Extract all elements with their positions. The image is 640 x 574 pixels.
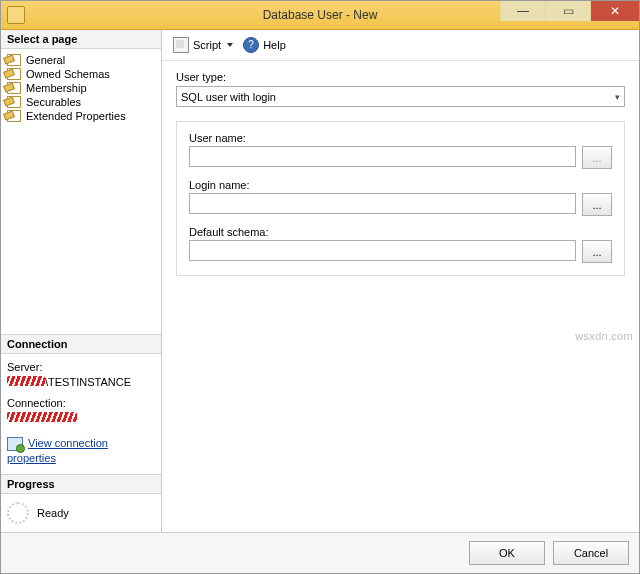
login-name-input[interactable]	[189, 193, 576, 214]
connection-value	[7, 411, 155, 426]
page-label: Owned Schemas	[26, 68, 110, 80]
page-label: Extended Properties	[26, 110, 126, 122]
help-icon	[243, 37, 259, 53]
chevron-down-icon	[227, 43, 233, 47]
app-icon	[7, 6, 25, 24]
default-schema-browse-button[interactable]: ...	[582, 240, 612, 263]
dialog-window: Database User - New — ▭ ✕ Select a page …	[0, 0, 640, 574]
default-schema-input[interactable]	[189, 240, 576, 261]
sidebar: Select a page General Owned Schemas Memb…	[1, 30, 162, 532]
toolbar: Script Help	[162, 30, 639, 61]
sidebar-item-general[interactable]: General	[5, 53, 159, 67]
field-group: User name: ... Login name: ...	[176, 121, 625, 276]
user-name-browse-button: ...	[582, 146, 612, 169]
view-connection-row: View connection properties	[7, 436, 155, 466]
form-area: User type: SQL user with login ▾ User na…	[162, 61, 639, 276]
user-type-value: SQL user with login	[181, 91, 276, 103]
sidebar-item-securables[interactable]: Securables	[5, 95, 159, 109]
help-label: Help	[263, 39, 286, 51]
server-value: \TESTINSTANCE	[7, 375, 155, 390]
script-label: Script	[193, 39, 221, 51]
script-button[interactable]: Script	[170, 36, 236, 54]
progress-status: Ready	[37, 507, 69, 519]
connection-info: Server: \TESTINSTANCE Connection: View c…	[1, 354, 161, 474]
connection-heading: Connection	[1, 334, 161, 354]
help-button[interactable]: Help	[240, 36, 289, 54]
login-name-label: Login name:	[189, 179, 612, 191]
page-icon	[7, 68, 21, 80]
page-label: Securables	[26, 96, 81, 108]
user-type-select[interactable]: SQL user with login ▾	[176, 86, 625, 107]
page-label: Membership	[26, 82, 87, 94]
button-bar: OK Cancel	[1, 532, 639, 573]
maximize-button[interactable]: ▭	[545, 1, 590, 21]
server-label: Server:	[7, 360, 155, 375]
progress-heading: Progress	[1, 474, 161, 494]
script-icon	[173, 37, 189, 53]
default-schema-label: Default schema:	[189, 226, 612, 238]
user-name-label: User name:	[189, 132, 612, 144]
sidebar-item-extended-properties[interactable]: Extended Properties	[5, 109, 159, 123]
sidebar-item-owned-schemas[interactable]: Owned Schemas	[5, 67, 159, 81]
connection-label: Connection:	[7, 396, 155, 411]
progress-spinner-icon	[7, 502, 29, 524]
connection-properties-icon	[7, 437, 23, 451]
progress-block: Ready	[1, 494, 161, 532]
user-name-input[interactable]	[189, 146, 576, 167]
page-label: General	[26, 54, 65, 66]
title-bar[interactable]: Database User - New — ▭ ✕	[1, 1, 639, 30]
watermark-text: wsxdn.com	[575, 330, 633, 342]
page-icon	[7, 82, 21, 94]
close-button[interactable]: ✕	[590, 1, 639, 21]
redacted-icon	[7, 376, 45, 386]
cancel-button[interactable]: Cancel	[553, 541, 629, 565]
user-type-label: User type:	[176, 71, 625, 83]
window-buttons: — ▭ ✕	[500, 1, 639, 21]
ok-button[interactable]: OK	[469, 541, 545, 565]
page-icon	[7, 54, 21, 66]
sidebar-item-membership[interactable]: Membership	[5, 81, 159, 95]
minimize-button[interactable]: —	[500, 1, 545, 21]
chevron-down-icon: ▾	[615, 92, 620, 102]
login-name-browse-button[interactable]: ...	[582, 193, 612, 216]
page-list: General Owned Schemas Membership Securab…	[1, 49, 161, 127]
page-icon	[7, 96, 21, 108]
dialog-body: Select a page General Owned Schemas Memb…	[1, 30, 639, 532]
page-icon	[7, 110, 21, 122]
main-panel: Script Help User type: SQL user with log…	[162, 30, 639, 532]
redacted-icon	[7, 412, 77, 422]
select-page-heading: Select a page	[1, 30, 161, 49]
